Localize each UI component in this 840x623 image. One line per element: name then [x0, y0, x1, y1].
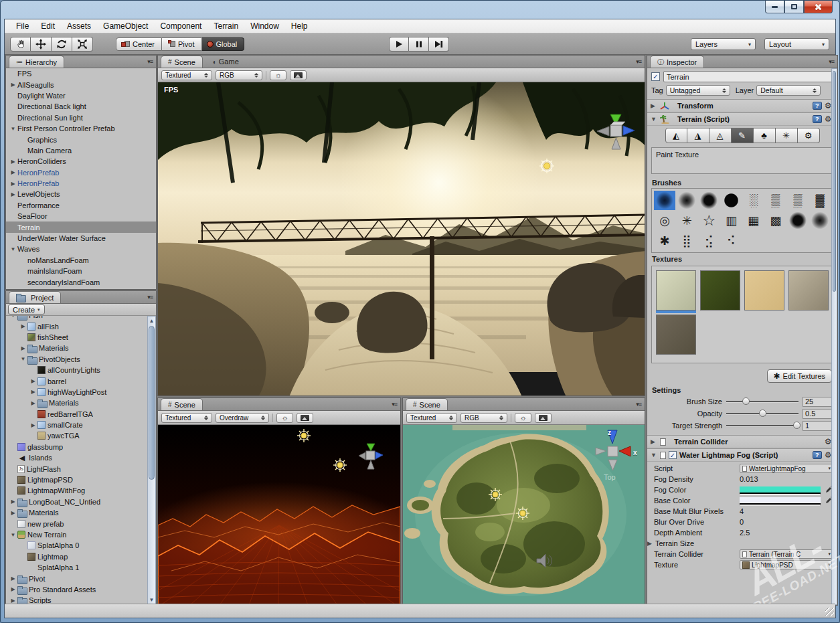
project-item[interactable]: ▶Materials — [6, 343, 147, 353]
hierarchy-item[interactable]: ▶HeronPrefab — [6, 178, 156, 189]
minimize-button[interactable] — [765, 1, 784, 13]
hierarchy-item[interactable]: mainIslandFoam — [6, 266, 156, 276]
project-item[interactable]: allCountryLights — [6, 365, 147, 375]
object-name-field[interactable]: Terrain — [663, 71, 833, 82]
render-mode-dropdown[interactable]: RGB — [460, 413, 507, 423]
paint-height-button[interactable]: ◮ — [687, 128, 709, 143]
property-text-value[interactable]: 4 — [740, 507, 744, 515]
scene-overlay-toggle[interactable] — [535, 413, 552, 423]
foldout-arrow[interactable]: ▶ — [19, 323, 27, 329]
hierarchy-item[interactable]: ▼Waves — [6, 244, 156, 254]
help-icon[interactable]: ? — [813, 451, 822, 459]
project-item[interactable]: Lightmap — [6, 551, 147, 562]
draw-mode-dropdown[interactable]: Textured — [406, 413, 457, 423]
rotate-tool-button[interactable] — [52, 37, 72, 52]
panel-menu-icon[interactable]: ▾≡ — [829, 58, 834, 65]
help-icon[interactable]: ? — [813, 115, 822, 123]
slider-track[interactable] — [726, 397, 799, 406]
project-item[interactable]: ▼PivotObjects — [6, 354, 147, 365]
project-item[interactable]: ▶smallCrate — [6, 420, 147, 430]
terrain-section-header[interactable]: ▼ Terrain (Script) ? ⚙ — [647, 112, 837, 126]
foldout-arrow[interactable]: ▼ — [9, 316, 17, 319]
foldout-arrow[interactable]: ▶ — [29, 378, 37, 384]
tab-inspector[interactable]: ⓘ Inspector — [650, 56, 704, 68]
brush-blob[interactable] — [787, 211, 809, 230]
project-item[interactable]: LightmapPSD — [6, 474, 147, 485]
foldout-arrow[interactable]: ▶ — [29, 400, 37, 406]
scene-viewport-overdraw[interactable] — [158, 425, 400, 605]
raise-height-button[interactable]: ◭ — [665, 128, 687, 143]
smooth-height-button[interactable]: ◬ — [709, 128, 732, 143]
brush-soft[interactable] — [654, 191, 675, 210]
active-checkbox[interactable]: ✓ — [651, 72, 660, 81]
project-item[interactable]: fishSheet — [6, 332, 147, 343]
brush-soft[interactable] — [676, 191, 697, 210]
project-item[interactable]: new prefab — [6, 518, 147, 529]
project-item[interactable]: ▶Materials — [6, 397, 147, 408]
scene-overlay-toggle[interactable] — [297, 413, 313, 423]
panel-menu-icon[interactable]: ▾≡ — [147, 58, 153, 65]
hierarchy-item[interactable]: Main Camera — [6, 145, 156, 156]
project-item[interactable]: ▶Materials — [6, 507, 147, 518]
object-field[interactable]: Terrain (Terrain C▾ — [740, 549, 833, 559]
tag-dropdown[interactable]: Untagged — [666, 85, 730, 96]
terrain-collider-header[interactable]: ▶ Terrain Collider ⚙ — [647, 435, 837, 448]
project-item[interactable]: ▶allFish — [6, 321, 147, 331]
move-tool-button[interactable] — [31, 37, 52, 52]
scene-lighting-toggle[interactable]: ☼ — [276, 413, 293, 423]
foldout-arrow[interactable]: ▶ — [9, 575, 17, 582]
project-item[interactable]: ▶Pivot — [6, 573, 147, 584]
slider-track[interactable] — [726, 409, 799, 418]
foldout-arrow[interactable]: ▶ — [647, 540, 654, 547]
menu-terrain[interactable]: Terrain — [207, 20, 244, 32]
setting-value-field[interactable]: 1 — [803, 421, 833, 431]
hierarchy-item[interactable]: noMansLandFoam — [6, 255, 156, 266]
tab-hierarchy[interactable]: ≔ Hierarchy — [9, 56, 64, 68]
hierarchy-item[interactable]: ▶HeronPrefab — [6, 167, 156, 178]
foldout-arrow[interactable]: ▼ — [9, 246, 17, 252]
color-swatch[interactable] — [740, 497, 821, 505]
brush-blob-soft[interactable] — [809, 211, 831, 230]
property-text-value[interactable]: 0 — [740, 518, 744, 526]
layout-dropdown[interactable]: Layout ▾ — [764, 38, 829, 50]
panel-menu-icon[interactable]: ▾≡ — [636, 58, 641, 65]
project-item[interactable]: redBarrelTGA — [6, 409, 147, 420]
brush-noise[interactable]: ▦ — [743, 211, 764, 230]
texture-rock-moss[interactable] — [656, 270, 696, 310]
texture-bark-ripple[interactable] — [788, 270, 829, 310]
brush-star-outline[interactable]: ☆ — [698, 211, 720, 230]
hierarchy-item[interactable]: Terrain — [6, 221, 156, 232]
hierarchy-item[interactable]: ▶HeronColliders — [6, 156, 156, 167]
project-item[interactable]: SplatAlpha 1 — [6, 562, 147, 573]
scale-tool-button[interactable] — [72, 37, 93, 52]
layers-dropdown[interactable]: Layers ▾ — [691, 38, 756, 50]
step-button[interactable] — [429, 37, 449, 52]
water-fog-header[interactable]: ▼ ✓ Water Lightmap Fog (Script) ? ⚙ — [647, 448, 837, 462]
light-gizmo-icon[interactable] — [333, 458, 347, 472]
brush-scatter[interactable]: ⣪ — [698, 231, 720, 250]
setting-value-field[interactable]: 25 — [803, 397, 833, 407]
foldout-arrow[interactable]: ▶ — [9, 159, 17, 165]
hierarchy-item[interactable]: SeaFloor — [6, 211, 156, 221]
resize-grip[interactable] — [825, 608, 834, 616]
brush-hard[interactable] — [720, 191, 742, 210]
layer-dropdown[interactable]: Default — [756, 85, 821, 96]
terrain-settings-button[interactable]: ⚙ — [798, 128, 820, 143]
foldout-arrow[interactable]: ▶ — [651, 102, 657, 109]
light-gizmo-icon[interactable] — [489, 488, 502, 501]
menu-edit[interactable]: Edit — [35, 20, 61, 32]
inspector-scrollbar[interactable] — [831, 68, 837, 605]
color-swatch[interactable] — [740, 486, 821, 494]
foldout-arrow[interactable]: ▶ — [9, 169, 17, 175]
transform-section-header[interactable]: ▶ Transform ? ⚙ — [647, 99, 837, 112]
edit-textures-button[interactable]: ✱ Edit Textures — [767, 369, 832, 383]
project-item[interactable]: ▶Pro Standard Assets — [6, 584, 147, 595]
hierarchy-item[interactable]: ▼First Person Controller Prefab — [6, 123, 156, 134]
scene-overlay-toggle[interactable] — [290, 70, 307, 80]
brush-medium[interactable] — [698, 191, 720, 210]
menu-component[interactable]: Component — [154, 20, 207, 32]
foldout-arrow[interactable]: ▼ — [651, 116, 657, 122]
scene-lighting-toggle[interactable]: ☼ — [270, 70, 286, 80]
paint-texture-button[interactable]: ✎ — [732, 128, 754, 143]
tab-game[interactable]: ◖ Game — [205, 56, 246, 68]
